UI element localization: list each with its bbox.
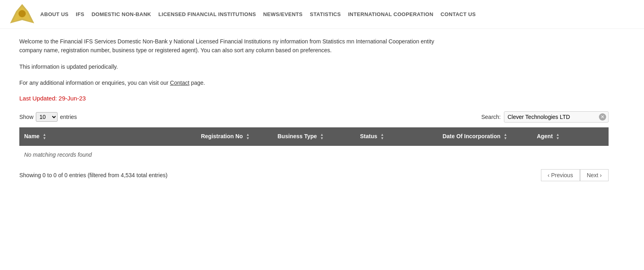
col-header-registration-no[interactable]: Registration No ▲▼ xyxy=(196,127,272,146)
empty-message: No matching records found xyxy=(19,146,609,164)
nav-licensed-financial-institutions[interactable]: LICENSED FINANCIAL INSTITUTIONS xyxy=(159,11,256,17)
search-input[interactable] xyxy=(504,111,609,123)
nav-news-events[interactable]: NEWS/EVENTS xyxy=(263,11,303,17)
table-body: No matching records found xyxy=(19,146,609,164)
sort-icon-reg: ▲▼ xyxy=(246,133,250,140)
search-input-wrapper: ✕ xyxy=(504,111,609,123)
show-label: Show xyxy=(19,114,33,120)
clear-search-button[interactable]: ✕ xyxy=(599,113,606,121)
intro-paragraph-1: Welcome to the Financial IFS Services Do… xyxy=(19,37,609,55)
search-control: Search: ✕ xyxy=(481,111,609,123)
entries-label: entries xyxy=(60,114,77,120)
col-header-business-type[interactable]: Business Type ▲▼ xyxy=(273,127,355,146)
nav-links-container: ABOUT US IFS DOMESTIC NON-BANK LICENSED … xyxy=(40,11,476,17)
table-header: Name ▲▼ Registration No ▲▼ Business Type… xyxy=(19,127,609,146)
main-content: Welcome to the Financial IFS Services Do… xyxy=(0,29,628,197)
previous-button[interactable]: Previous xyxy=(541,169,580,181)
show-entries-control: Show 10 25 50 100 entries xyxy=(19,112,77,122)
sort-icon-biz: ▲▼ xyxy=(320,133,324,140)
pagination-controls: Previous Next xyxy=(541,169,609,181)
empty-row: No matching records found xyxy=(19,146,609,164)
search-label: Search: xyxy=(481,114,501,120)
periodic-note: This information is updated periodically… xyxy=(19,62,609,71)
sort-icon-agent: ▲▼ xyxy=(556,133,559,140)
nav-contact-us[interactable]: CONTACT US xyxy=(441,11,476,17)
table-controls: Show 10 25 50 100 entries Search: ✕ xyxy=(19,111,609,123)
col-header-status[interactable]: Status ▲▼ xyxy=(355,127,438,146)
last-updated: Last Updated: 29-Jun-23 xyxy=(19,95,609,102)
header-row: Name ▲▼ Registration No ▲▼ Business Type… xyxy=(19,127,609,146)
col-header-name[interactable]: Name ▲▼ xyxy=(19,127,196,146)
nav-ifs[interactable]: IFS xyxy=(76,11,84,17)
showing-text: Showing 0 to 0 of 0 entries (filtered fr… xyxy=(19,172,167,178)
nav-international-cooperation[interactable]: INTERNATIONAL COOPERATION xyxy=(348,11,433,17)
sort-icon-name: ▲▼ xyxy=(43,133,46,140)
contact-paragraph: For any additional information or enquir… xyxy=(19,78,609,87)
nav-statistics[interactable]: STATISTICS xyxy=(310,11,341,17)
site-logo[interactable] xyxy=(8,3,36,25)
entries-select[interactable]: 10 25 50 100 xyxy=(36,112,58,122)
col-header-agent[interactable]: Agent ▲▼ xyxy=(532,127,609,146)
sort-icon-status: ▲▼ xyxy=(380,133,384,140)
col-header-date-of-incorporation[interactable]: Date Of Incorporation ▲▼ xyxy=(438,127,532,146)
sort-icon-doi: ▲▼ xyxy=(504,133,507,140)
svg-point-2 xyxy=(19,10,26,17)
nav-domestic-non-bank[interactable]: DOMESTIC NON-BANK xyxy=(91,11,151,17)
navigation: ABOUT US IFS DOMESTIC NON-BANK LICENSED … xyxy=(0,0,644,29)
contact-link[interactable]: Contact xyxy=(170,80,189,86)
table-footer: Showing 0 to 0 of 0 entries (filtered fr… xyxy=(19,169,609,181)
nav-about-us[interactable]: ABOUT US xyxy=(40,11,68,17)
next-button[interactable]: Next xyxy=(580,169,609,181)
data-table: Name ▲▼ Registration No ▲▼ Business Type… xyxy=(19,127,609,164)
